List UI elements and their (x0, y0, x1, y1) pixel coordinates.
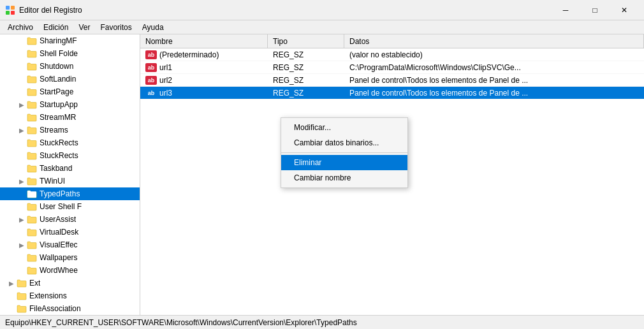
tree-item[interactable]: ▶ Ext (0, 277, 140, 289)
tree-item-label: WordWhee (40, 266, 78, 275)
cell-data: C:\ProgramData\Microsoft\Windows\ClipSVC… (344, 63, 644, 72)
registry-tree[interactable]: SharingMF Shell Folde Shutdown SoftLandi… (0, 34, 140, 315)
tree-expander[interactable]: ▶ (6, 278, 17, 288)
folder-icon (17, 291, 27, 300)
context-menu-item-ctx-eliminar[interactable]: Eliminar (281, 155, 407, 170)
tree-expander (17, 150, 27, 161)
tree-item[interactable]: Extensions (0, 289, 140, 302)
tree-expander (17, 189, 27, 199)
context-menu-item-ctx-binarios[interactable]: Cambiar datos binarios... (281, 135, 407, 150)
table-row[interactable]: aburl3REG_SZPanel de control\Todos los e… (140, 87, 644, 99)
folder-icon (27, 138, 37, 147)
tree-expander (17, 227, 27, 237)
cell-data: (valor no establecido) (344, 50, 644, 59)
tree-item[interactable]: FileAssociation (0, 302, 140, 315)
svg-rect-3 (11, 11, 15, 15)
col-datos-header[interactable]: Datos (344, 34, 644, 48)
tree-expander (6, 303, 17, 314)
tree-item[interactable]: SoftLandin (0, 73, 140, 85)
tree-item[interactable]: TypedPaths (0, 187, 140, 200)
tree-expander[interactable]: ▶ (17, 240, 27, 250)
tree-item[interactable]: ▶ UserAssist (0, 213, 140, 226)
table-row[interactable]: aburl2REG_SZPanel de control\Todos los e… (140, 74, 644, 87)
tree-item-label: StuckRects (40, 138, 78, 147)
tree-expander (17, 201, 27, 212)
close-button[interactable]: ✕ (610, 0, 639, 20)
tree-expander (17, 252, 27, 263)
tree-item-label: StreamMR (40, 113, 76, 122)
folder-icon (27, 228, 37, 237)
table-row[interactable]: aburl1REG_SZC:\ProgramData\Microsoft\Win… (140, 61, 644, 74)
registry-value-name: (Predeterminado) (159, 50, 219, 59)
menu-favoritos[interactable]: Favoritos (95, 22, 136, 33)
folder-icon (27, 62, 37, 71)
folder-icon (27, 164, 37, 173)
tree-expander[interactable]: ▶ (17, 125, 27, 135)
folder-icon (27, 240, 37, 249)
tree-item[interactable]: Wallpapers (0, 251, 140, 264)
tree-item[interactable]: VirtualDesk (0, 226, 140, 238)
tree-item-label: User Shell F (40, 202, 82, 211)
folder-icon (27, 113, 37, 122)
window-title: Editor del Registro (19, 6, 551, 15)
cell-name: aburl2 (140, 76, 268, 85)
menu-ver[interactable]: Ver (73, 22, 95, 33)
tree-expander (17, 36, 27, 46)
window-controls: ─ □ ✕ (551, 0, 639, 20)
tree-item[interactable]: Shell Folde (0, 47, 140, 60)
col-nombre-header[interactable]: Nombre (140, 34, 268, 48)
menu-edicion[interactable]: Edición (38, 22, 73, 33)
registry-value-name: url1 (159, 63, 172, 72)
tree-item-label: Wallpapers (40, 253, 78, 262)
col-tipo-header[interactable]: Tipo (268, 34, 344, 48)
folder-icon (27, 100, 37, 109)
tree-item[interactable]: ▶ StartupApp (0, 98, 140, 111)
tree-expander[interactable]: ▶ (17, 99, 27, 110)
tree-expander[interactable]: ▶ (17, 214, 27, 224)
menu-archivo[interactable]: Archivo (3, 22, 38, 33)
maximize-button[interactable]: □ (580, 0, 610, 20)
tree-item[interactable]: Taskband (0, 162, 140, 175)
svg-rect-0 (6, 6, 10, 10)
tree-item[interactable]: StuckRects (0, 136, 140, 149)
tree-item-label: TypedPaths (40, 189, 80, 198)
tree-item-label: UserAssist (40, 215, 76, 224)
folder-icon (27, 189, 37, 198)
context-menu-item-ctx-modificar[interactable]: Modificar... (281, 120, 407, 135)
registry-value-name: url3 (159, 89, 172, 98)
tree-item[interactable]: SharingMF (0, 34, 140, 47)
tree-item-label: VirtualDesk (40, 228, 78, 237)
tree-expander (17, 48, 27, 59)
folder-icon (27, 253, 37, 262)
folder-icon (27, 75, 37, 84)
tree-item[interactable]: WordWhee (0, 264, 140, 277)
tree-item[interactable]: Shutdown (0, 60, 140, 73)
registry-value-icon: ab (145, 50, 157, 59)
tree-expander (17, 61, 27, 71)
tree-item[interactable]: ▶ Streams (0, 124, 140, 136)
menu-ayuda[interactable]: Ayuda (137, 22, 169, 33)
cell-name: aburl3 (140, 89, 268, 98)
tree-item[interactable]: StreamMR (0, 111, 140, 124)
tree-item-label: VisualEffec (40, 240, 78, 249)
context-menu-separator (281, 152, 407, 153)
cell-type: REG_SZ (268, 63, 344, 72)
context-menu-item-ctx-rename[interactable]: Cambiar nombre (281, 170, 407, 186)
tree-item[interactable]: StartPage (0, 85, 140, 98)
tree-item-label: SoftLandin (40, 75, 76, 84)
minimize-button[interactable]: ─ (551, 0, 580, 20)
tree-item[interactable]: ▶ VisualEffec (0, 238, 140, 251)
tree-item-label: SharingMF (40, 36, 77, 45)
tree-item-label: StuckRects (40, 151, 78, 160)
tree-item[interactable]: StuckRects (0, 149, 140, 162)
tree-item[interactable]: ▶ TWinUI (0, 175, 140, 187)
main-area: SharingMF Shell Folde Shutdown SoftLandi… (0, 34, 644, 315)
registry-value-icon: ab (145, 89, 157, 98)
tree-expander[interactable]: ▶ (17, 176, 27, 186)
folder-icon (27, 202, 37, 211)
tree-item-label: FileAssociation (29, 304, 81, 313)
tree-item[interactable]: User Shell F (0, 200, 140, 213)
table-row[interactable]: ab(Predeterminado)REG_SZ(valor no establ… (140, 48, 644, 61)
tree-item-label: Extensions (29, 291, 67, 300)
svg-rect-2 (6, 11, 10, 15)
